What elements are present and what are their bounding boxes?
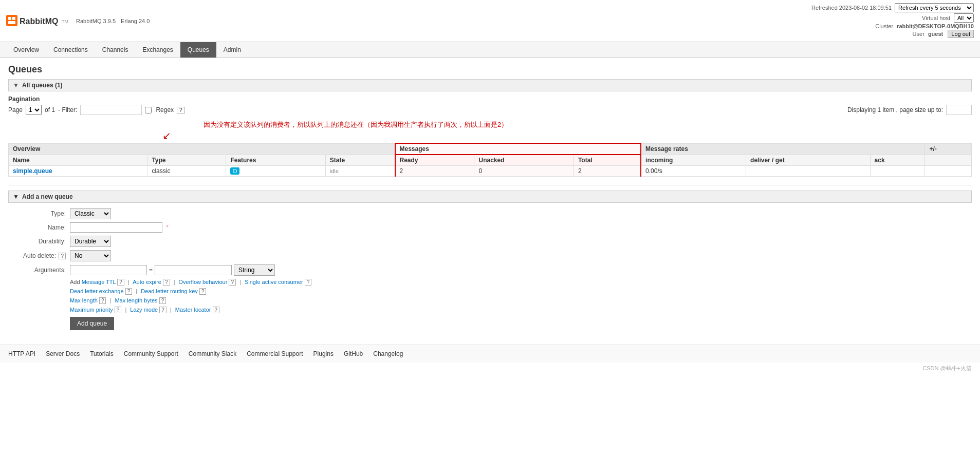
- footer-changelog[interactable]: Changelog: [373, 350, 403, 357]
- messages-group-header: Messages: [395, 143, 641, 155]
- col-header-row: Name Type Features State Ready Unacked T…: [9, 155, 972, 166]
- refresh-select[interactable]: No refresh Refresh every 5 seconds Refre…: [895, 3, 974, 12]
- arg-value-input[interactable]: [155, 265, 232, 275]
- auto-delete-control: No Yes: [70, 250, 111, 261]
- queue-type: classic: [147, 166, 226, 177]
- logo-text: RabbitMQ: [20, 17, 59, 26]
- dead-letter-routing-link[interactable]: Dead letter routing key: [141, 288, 198, 294]
- queue-name[interactable]: simple.queue: [9, 166, 147, 177]
- type-select[interactable]: Classic Quorum: [70, 208, 111, 219]
- name-control: *: [70, 222, 169, 233]
- queue-extra: [925, 166, 972, 177]
- footer-plugins[interactable]: Plugins: [313, 350, 334, 357]
- single-active-link[interactable]: Single active consumer: [245, 279, 303, 285]
- dead-letter-exchange-link[interactable]: Dead letter exchange: [70, 288, 124, 294]
- sep5: |: [110, 297, 112, 303]
- msg-ttl-help[interactable]: ?: [117, 279, 124, 286]
- add-queue-header[interactable]: ▼ Add a new queue: [8, 191, 972, 203]
- page-size-input[interactable]: 100: [946, 105, 972, 115]
- nav-channels[interactable]: Channels: [95, 42, 136, 58]
- plus-minus-header[interactable]: +/-: [925, 143, 972, 155]
- col-total[interactable]: Total: [574, 155, 641, 166]
- page-title: Queues: [8, 64, 972, 75]
- user-value: guest: [928, 31, 943, 37]
- logo-area: RabbitMQ TM RabbitMQ 3.9.5 Erlang 24.0: [6, 13, 150, 29]
- footer-github[interactable]: GitHub: [344, 350, 363, 357]
- footer-community-support[interactable]: Community Support: [124, 350, 178, 357]
- queue-state: idle: [325, 166, 395, 177]
- arg-key-input[interactable]: [70, 265, 147, 275]
- footer-commercial-support[interactable]: Commercial Support: [247, 350, 303, 357]
- regex-help[interactable]: ?: [177, 107, 185, 113]
- dead-letter-routing-help[interactable]: ?: [199, 288, 207, 295]
- footer-community-slack[interactable]: Community Slack: [189, 350, 236, 357]
- all-queues-label: All queues (1): [22, 82, 63, 89]
- all-queues-header[interactable]: ▼ All queues (1): [8, 79, 972, 91]
- user-label: User: [913, 31, 924, 37]
- col-incoming[interactable]: incoming: [641, 155, 746, 166]
- auto-delete-row: Auto delete: ? No Yes: [8, 250, 972, 261]
- arguments-control: = String Number Boolean: [70, 264, 275, 276]
- col-deliver-get[interactable]: deliver / get: [746, 155, 871, 166]
- durability-select[interactable]: Durable Transient: [70, 236, 111, 247]
- logout-button[interactable]: Log out: [948, 30, 974, 38]
- name-required-marker: *: [166, 224, 169, 231]
- col-unacked[interactable]: Unacked: [474, 155, 574, 166]
- lazy-mode-link[interactable]: Lazy mode: [130, 307, 158, 313]
- durability-label: Durability:: [8, 238, 70, 245]
- nav-queues[interactable]: Queues: [180, 42, 216, 58]
- auto-delete-help[interactable]: ?: [59, 253, 66, 259]
- overflow-link[interactable]: Overflow behaviour: [179, 279, 228, 285]
- page-select[interactable]: 1: [26, 105, 42, 115]
- lazy-mode-help[interactable]: ?: [159, 307, 167, 313]
- cluster-value: rabbit@DESKTOP-0MQBH10: [897, 23, 974, 29]
- single-active-help[interactable]: ?: [305, 279, 312, 286]
- msg-ttl-link[interactable]: Message TTL: [82, 279, 116, 285]
- max-length-bytes-help[interactable]: ?: [159, 297, 167, 304]
- col-ready[interactable]: Ready: [395, 155, 474, 166]
- add-queue-button[interactable]: Add queue: [70, 317, 114, 330]
- type-row: Type: Classic Quorum: [8, 208, 972, 219]
- logo-icon-square2: [12, 17, 15, 20]
- col-ack[interactable]: ack: [870, 155, 925, 166]
- col-type: Type: [147, 155, 226, 166]
- max-priority-help[interactable]: ?: [115, 307, 122, 313]
- pagination-label: Pagination: [8, 96, 972, 103]
- queue-ready: 2: [395, 166, 474, 177]
- arguments-label: Arguments:: [8, 267, 70, 274]
- overflow-help[interactable]: ?: [229, 279, 236, 286]
- type-label: Type:: [8, 210, 70, 217]
- logo-icon-bg: [6, 15, 17, 26]
- auto-delete-select[interactable]: No Yes: [70, 250, 111, 261]
- max-length-help[interactable]: ?: [99, 297, 106, 304]
- logo-tm: TM: [62, 19, 68, 24]
- vhost-select[interactable]: All /: [954, 13, 974, 23]
- filter-input[interactable]: [80, 105, 142, 115]
- nav-overview[interactable]: Overview: [6, 42, 46, 58]
- queues-table: Overview Messages Message rates +/- Name…: [8, 143, 972, 177]
- name-input[interactable]: [70, 222, 162, 233]
- auto-expire-link[interactable]: Auto expire: [133, 279, 161, 285]
- sep3: |: [239, 279, 241, 285]
- equals-sign: =: [149, 267, 153, 274]
- master-locator-link[interactable]: Master locator: [175, 307, 211, 313]
- sep4: |: [136, 288, 137, 294]
- name-row: Name: *: [8, 222, 972, 233]
- max-length-link[interactable]: Max length: [70, 297, 98, 303]
- master-locator-help[interactable]: ?: [213, 307, 220, 313]
- max-priority-link[interactable]: Maximum priority: [70, 307, 113, 313]
- footer-tutorials[interactable]: Tutorials: [90, 350, 114, 357]
- footer-server-docs[interactable]: Server Docs: [46, 350, 80, 357]
- nav-connections[interactable]: Connections: [46, 42, 95, 58]
- durability-control: Durable Transient: [70, 236, 111, 247]
- auto-expire-help[interactable]: ?: [163, 279, 170, 286]
- footer-http-api[interactable]: HTTP API: [8, 350, 35, 357]
- dead-letter-exchange-help[interactable]: ?: [125, 288, 133, 295]
- nav-exchanges[interactable]: Exchanges: [135, 42, 180, 58]
- arg-type-select[interactable]: String Number Boolean: [234, 264, 275, 276]
- regex-checkbox[interactable]: [145, 107, 152, 113]
- nav-admin[interactable]: Admin: [216, 42, 248, 58]
- name-label: Name:: [8, 224, 70, 231]
- rabbitmq-version: RabbitMQ 3.9.5: [76, 18, 116, 24]
- max-length-bytes-link[interactable]: Max length bytes: [115, 297, 157, 303]
